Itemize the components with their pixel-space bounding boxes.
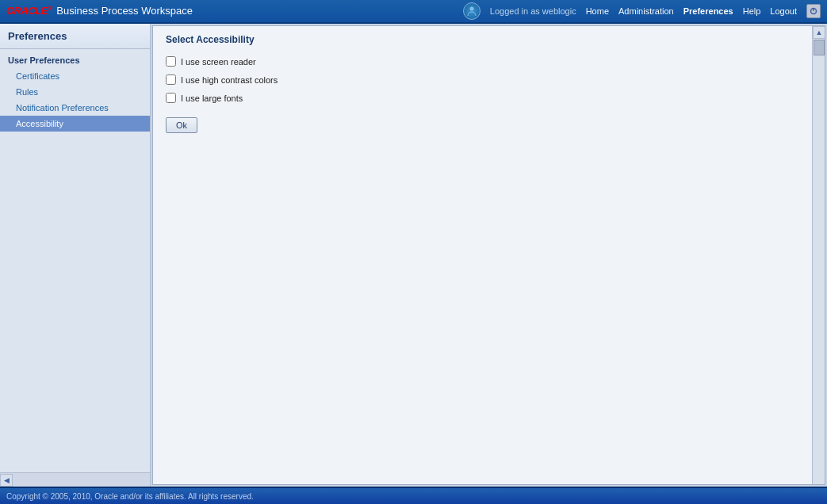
header-left: ORACLE® Business Process Workspace — [6, 5, 193, 17]
power-icon — [806, 4, 821, 18]
header-right: Logged in as weblogic Home Administratio… — [463, 2, 821, 20]
section-title: Select Accessibility — [166, 34, 799, 45]
screen-reader-checkbox[interactable] — [166, 56, 176, 67]
large-fonts-row: I use large fonts — [166, 93, 799, 103]
sidebar-item-certificates[interactable]: Certificates — [0, 68, 150, 84]
screen-reader-row: I use screen reader — [166, 56, 799, 67]
preferences-link[interactable]: Preferences — [683, 6, 733, 16]
app-title: Business Process Workspace — [56, 5, 193, 17]
administration-link[interactable]: Administration — [618, 6, 674, 16]
screen-reader-label: I use screen reader — [181, 57, 256, 67]
vertical-scrollbar[interactable]: ▲ — [812, 26, 825, 484]
large-fonts-checkbox[interactable] — [166, 93, 176, 103]
home-link[interactable]: Home — [586, 6, 609, 16]
sidebar: Preferences User Preferences Certificate… — [0, 24, 151, 487]
sidebar-title: Preferences — [0, 24, 150, 49]
scroll-left-arrow[interactable]: ◀ — [0, 474, 13, 487]
user-icon — [463, 2, 481, 20]
content-inner: Select Accessibility I use screen reader… — [153, 26, 812, 141]
large-fonts-label: I use large fonts — [181, 94, 243, 103]
ok-button[interactable]: Ok — [166, 117, 197, 133]
help-link[interactable]: Help — [743, 6, 761, 16]
sidebar-item-accessibility[interactable]: Accessibility — [0, 116, 150, 132]
main-container: Preferences User Preferences Certificate… — [0, 24, 827, 487]
copyright-text: Copyright © 2005, 2010, Oracle and/or it… — [6, 492, 254, 501]
oracle-wordmark: ORACLE® — [6, 5, 52, 17]
header: ORACLE® Business Process Workspace Logge… — [0, 0, 827, 24]
oracle-logo: ORACLE® — [6, 5, 52, 17]
logout-link[interactable]: Logout — [770, 6, 797, 16]
sidebar-section-title: User Preferences — [0, 49, 150, 68]
scrollbar-thumb[interactable] — [814, 40, 825, 55]
sidebar-bottom-scrollbar: ◀ — [0, 472, 150, 487]
high-contrast-label: I use high contrast colors — [181, 75, 278, 85]
content-panel: ▲ Select Accessibility I use screen read… — [152, 25, 825, 485]
footer: Copyright © 2005, 2010, Oracle and/or it… — [0, 487, 827, 504]
scroll-up-arrow[interactable]: ▲ — [813, 26, 825, 39]
high-contrast-row: I use high contrast colors — [166, 74, 799, 85]
sidebar-item-notification-preferences[interactable]: Notification Preferences — [0, 100, 150, 116]
svg-point-0 — [469, 7, 473, 11]
high-contrast-checkbox[interactable] — [166, 74, 176, 85]
sidebar-item-rules[interactable]: Rules — [0, 84, 150, 100]
logged-in-text: Logged in as weblogic — [490, 6, 576, 16]
